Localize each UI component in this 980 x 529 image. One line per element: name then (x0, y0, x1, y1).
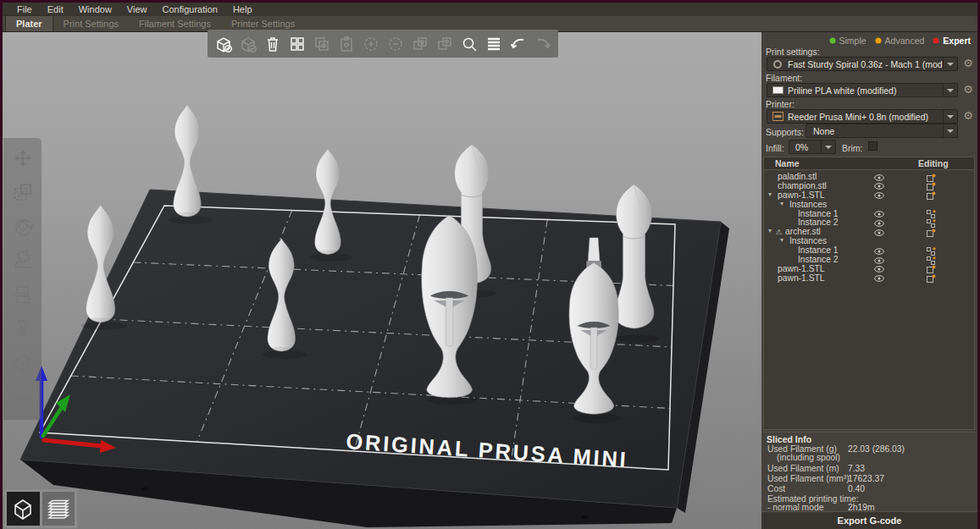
cube-icon (10, 496, 36, 521)
printer-icon (767, 112, 788, 121)
print-settings-icon (767, 60, 788, 69)
column-editing: Editing (918, 158, 949, 168)
measure-tool[interactable] (12, 385, 34, 411)
supports-label: Supports: (766, 127, 804, 137)
3d-editor-view-button[interactable] (7, 492, 40, 526)
copy-button[interactable] (310, 32, 333, 55)
mode-switcher: Simple Advanced Expert (829, 36, 972, 46)
rotate-tool[interactable] (12, 215, 34, 240)
mode-expert[interactable]: Expert (933, 36, 971, 46)
advanced-dot-icon (875, 37, 882, 44)
menu-view[interactable]: View (119, 3, 155, 15)
printer-dropdown[interactable]: Reeder Prusa Mini+ 0.8n (modified) (767, 109, 958, 124)
instances-group-row[interactable]: ▾ Instances (764, 237, 974, 246)
filament-swatch-icon (767, 86, 788, 94)
add-instance-button[interactable] (359, 32, 382, 55)
infill-dropdown[interactable]: 0% (789, 140, 836, 154)
sliced-info-value: 22.03 (286.03) (848, 444, 905, 454)
scene-canvas[interactable]: ORIGINAL PRUSA MINI (3, 32, 761, 529)
sliced-info-label: Cost (767, 484, 785, 493)
expander-icon[interactable]: ▾ (780, 236, 783, 245)
layers-icon (45, 496, 72, 521)
scale-tool[interactable] (12, 181, 34, 207)
seam-painting-tool[interactable] (12, 351, 34, 377)
tab-plater[interactable]: Plater (5, 15, 53, 31)
menu-configuration[interactable]: Configuration (154, 3, 224, 15)
filament-label: Filament: (766, 73, 802, 83)
add-button[interactable] (212, 32, 235, 55)
sliced-preview-button[interactable] (42, 492, 75, 526)
delete-all-button[interactable] (261, 32, 284, 55)
arrange-button[interactable] (285, 32, 308, 55)
sliced-info-label: Used Filament (mm³) (767, 474, 850, 483)
top-toolbar (208, 30, 558, 58)
menu-file[interactable]: File (9, 3, 40, 15)
expander-icon[interactable]: ▾ (768, 190, 772, 200)
print-settings-dropdown[interactable]: Fast Sturdy Spiral 0.36z - Mach 1 (modif… (767, 57, 958, 71)
mode-simple[interactable]: Simple (829, 36, 866, 46)
menu-help[interactable]: Help (225, 3, 260, 15)
object-list: Name Editing paladin.stl champion.stl ▾ … (763, 157, 975, 430)
sliced-info-value: 7.33 (848, 464, 865, 473)
dropdown-arrow-icon (943, 124, 957, 137)
object-row[interactable]: pawn-1.STL (764, 274, 974, 284)
instance-row[interactable]: Instance 1 (764, 246, 974, 256)
sliced-info-panel: Sliced Info Used Filament (g) 22.03 (286… (763, 432, 975, 510)
variable-layer-height-button[interactable] (482, 32, 505, 55)
print-settings-label: Print settings: (766, 47, 820, 57)
paint-on-supports-tool[interactable] (12, 317, 34, 343)
export-gcode-button[interactable]: Export G-code (761, 511, 977, 529)
place-on-face-tool[interactable] (12, 249, 34, 274)
undo-button[interactable] (507, 32, 529, 55)
cut-tool[interactable] (12, 284, 34, 309)
object-list-header: Name Editing (764, 157, 974, 170)
instances-group-row[interactable]: ▾ Instances (764, 201, 974, 210)
print-settings-gear-icon[interactable]: ⚙ (961, 57, 975, 70)
piece-pawn-3[interactable] (86, 205, 115, 322)
tab-print-settings[interactable]: Print Settings (53, 16, 129, 31)
brim-checkbox[interactable] (868, 141, 878, 151)
supports-dropdown[interactable]: None (806, 124, 958, 138)
move-tool[interactable] (12, 147, 34, 173)
expander-icon[interactable]: ▾ (780, 200, 783, 209)
sliced-info-title: Sliced Info (767, 434, 811, 444)
expander-icon[interactable]: ▾ (768, 227, 772, 236)
dropdown-arrow-icon (943, 58, 957, 70)
view-mode-toggles (4, 489, 77, 528)
menu-edit[interactable]: Edit (40, 3, 71, 15)
paste-button[interactable] (335, 32, 357, 55)
sidebar: Simple Advanced Expert Print settings: F… (761, 32, 977, 529)
sliced-info-value: 0.40 (848, 484, 865, 493)
expert-dot-icon (933, 37, 939, 44)
infill-label: Infill: (766, 143, 784, 153)
edit-object-icon[interactable] (927, 274, 936, 285)
menu-window[interactable]: Window (71, 3, 119, 15)
filament-gear-icon[interactable]: ⚙ (961, 83, 975, 96)
3d-viewport[interactable]: ORIGINAL PRUSA MINI (3, 32, 761, 529)
split-to-parts-button[interactable] (433, 32, 456, 55)
eye-icon[interactable] (874, 275, 884, 284)
filament-dropdown[interactable]: Priline PLA white (modified) (767, 83, 958, 97)
search-button[interactable] (457, 32, 480, 55)
sliced-info-label: Used Filament (m) (767, 464, 839, 473)
left-toolbar (3, 138, 42, 420)
printer-gear-icon[interactable]: ⚙ (961, 109, 975, 123)
printer-label: Printer: (766, 99, 795, 109)
sliced-info-label2: (including spool) (777, 453, 840, 462)
redo-button[interactable] (531, 32, 554, 55)
simple-dot-icon (829, 37, 836, 44)
delete-button[interactable] (236, 32, 259, 55)
column-name: Name (775, 158, 800, 168)
brim-label: Brim: (842, 143, 863, 153)
dropdown-arrow-icon (821, 141, 835, 153)
piece-pawn-1[interactable] (174, 105, 201, 217)
mode-advanced[interactable]: Advanced (875, 36, 925, 46)
tab-filament-settings[interactable]: Filament Settings (129, 16, 221, 31)
remove-instance-button[interactable] (384, 32, 407, 55)
instance-row[interactable]: Instance 1 (764, 210, 974, 219)
dropdown-arrow-icon (943, 110, 957, 123)
dropdown-arrow-icon (943, 84, 957, 96)
menubar: File Edit Window View Configuration Help (3, 3, 977, 16)
sliced-info-value: 17623.37 (848, 474, 884, 483)
split-to-objects-button[interactable] (408, 32, 431, 55)
